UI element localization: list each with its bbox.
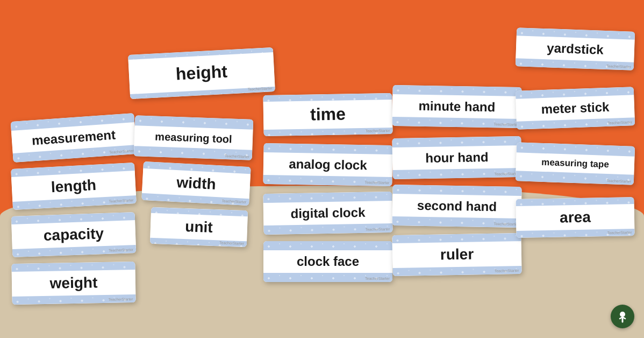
logo-icon — [615, 309, 630, 324]
card-word: second hand — [417, 199, 497, 214]
card-word: clock face — [297, 255, 359, 269]
card-text-area: unit — [150, 213, 248, 241]
card-word: meter stick — [541, 100, 610, 117]
card-word: area — [560, 209, 591, 226]
card-second-hand: second hand TeacherStarter — [392, 185, 521, 228]
card-text-area: weight — [12, 270, 136, 297]
brand-tag: TeacherStarter — [366, 227, 390, 231]
card-word: capacity — [43, 226, 104, 244]
card-meter-stick: meter stick TeacherStarter — [516, 87, 635, 130]
card-measuring-tool: measuring tool TeacherStarter — [134, 115, 254, 160]
card-text-area: second hand — [392, 194, 522, 219]
card-word: minute hand — [418, 99, 495, 115]
card-word: height — [175, 62, 228, 84]
card-word: ruler — [440, 246, 474, 263]
card-text-area: clock face — [263, 250, 392, 273]
card-word: analog clock — [289, 157, 367, 173]
card-text-area: minute hand — [392, 94, 522, 119]
card-hour-hand: hour hand TeacherStarter — [392, 136, 521, 179]
card-analog-clock: analog clock TeacherStarter — [263, 143, 392, 186]
card-word: weight — [49, 274, 97, 292]
card-measurement: measurement TeacherStarter — [11, 113, 137, 163]
brand-tag: TeacherStarter — [493, 122, 518, 126]
card-text-area: capacity — [11, 220, 135, 250]
card-pattern — [263, 241, 392, 250]
cards-container: measurement TeacherStarter length Teache… — [0, 0, 644, 338]
card-word: digital clock — [290, 206, 365, 221]
card-length: length TeacherStarter — [11, 163, 137, 210]
brand-tag: TeacherStarter — [365, 277, 390, 280]
card-text-area: ruler — [392, 241, 522, 269]
brand-tag: TeacherStarter — [493, 222, 518, 226]
card-ruler: ruler TeacherStarter — [392, 233, 521, 276]
card-area: area TeacherStarter — [516, 197, 634, 238]
card-unit: unit TeacherStarter — [150, 207, 248, 247]
card-clock-face: clock face TeacherStarter — [263, 241, 392, 282]
brand-tag: TeacherStarter — [607, 230, 632, 235]
card-word: hour hand — [425, 150, 489, 165]
card-word: measuring tape — [541, 157, 609, 170]
card-word: measuring tool — [155, 131, 232, 145]
card-digital-clock: digital clock TeacherStarter — [263, 192, 392, 235]
logo-circle — [611, 305, 634, 328]
card-width: width TeacherStarter — [141, 161, 251, 206]
card-text-area: digital clock — [263, 201, 393, 226]
card-word: width — [176, 174, 217, 193]
card-text-area: area — [516, 204, 635, 231]
card-minute-hand: minute hand TeacherStarter — [392, 85, 521, 128]
brand-tag: TeacherStarter — [364, 180, 389, 185]
card-word: measurement — [31, 128, 116, 147]
card-height: height TeacherStarter — [128, 47, 275, 99]
brand-tag: TeacherStarter — [495, 269, 519, 273]
brand-tag: TeacherStarter — [109, 297, 133, 301]
card-capacity: capacity TeacherStarter — [11, 212, 137, 257]
brand-tag: TeacherStarter — [366, 129, 390, 133]
card-weight: weight TeacherStarter — [11, 262, 135, 305]
card-word: yardstick — [547, 41, 604, 57]
card-yardstick: yardstick TeacherStarter — [516, 27, 635, 71]
card-time: time TeacherStarter — [263, 93, 392, 136]
card-text-area: hour hand — [392, 145, 522, 171]
card-word: unit — [185, 219, 213, 236]
card-measuring-tape: measuring tape TeacherStarter — [516, 142, 635, 185]
card-word: length — [51, 177, 96, 195]
card-text-area: time — [263, 100, 393, 129]
card-text-area: analog clock — [263, 152, 393, 178]
card-word: time — [310, 105, 346, 124]
